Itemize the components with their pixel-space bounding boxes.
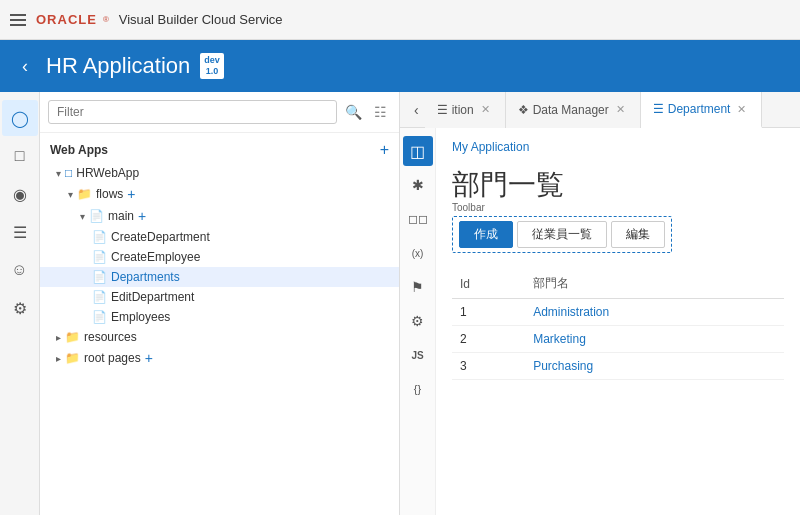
web-apps-section: Web Apps + bbox=[40, 133, 399, 163]
tree-item-employees[interactable]: 📄 Employees bbox=[40, 307, 399, 327]
page-title: 部門一覧 bbox=[452, 166, 784, 204]
rootpages-label: root pages bbox=[84, 351, 141, 365]
cell-id-2: 2 bbox=[452, 326, 525, 353]
search-icon[interactable]: 🔍 bbox=[341, 102, 366, 122]
toolbar-dashed-box: 作成 従業員一覧 編集 bbox=[452, 216, 672, 253]
app-header: ‹ HR Application dev 1.0 bbox=[0, 40, 800, 92]
edit-button[interactable]: 編集 bbox=[611, 221, 665, 248]
main-layout: ◯ □ ◉ ☰ ☺ ⚙ 🔍 ☷ Web Apps + ▾ □ HRWebApp … bbox=[0, 92, 800, 515]
content-side-icons: ◫ ✱ ◻◻ (x) ⚑ ⚙ JS {} bbox=[400, 128, 436, 515]
back-button[interactable]: ‹ bbox=[14, 52, 36, 81]
settings-content-icon[interactable]: ⚙ bbox=[403, 306, 433, 336]
main-content-panel: My Application 部門一覧 Toolbar 作成 従業員一覧 編集 bbox=[436, 128, 800, 515]
tree-item-resources[interactable]: ▸ 📁 resources bbox=[40, 327, 399, 347]
layers-icon[interactable]: ☰ bbox=[2, 214, 38, 250]
tree-item-main[interactable]: ▾ 📄 main + bbox=[40, 205, 399, 227]
tree-item-createemployee[interactable]: 📄 CreateEmployee bbox=[40, 247, 399, 267]
app-name: HR Application bbox=[46, 53, 190, 79]
sidebar-tree: ▾ □ HRWebApp ▾ 📁 flows + ▾ 📄 main + 📄 bbox=[40, 163, 399, 515]
table-row: 3 Purchasing bbox=[452, 353, 784, 380]
app-icon: □ bbox=[65, 166, 72, 180]
col-header-name: 部門名 bbox=[525, 269, 784, 299]
breadcrumb[interactable]: My Application bbox=[452, 140, 784, 154]
resources-label: resources bbox=[84, 330, 137, 344]
top-bar: ORACLE ® Visual Builder Cloud Service bbox=[0, 0, 800, 40]
tab-back-button[interactable]: ‹ bbox=[408, 98, 425, 122]
eye-icon[interactable]: ◉ bbox=[2, 176, 38, 212]
tab-ition[interactable]: ☰ ition ✕ bbox=[425, 92, 506, 128]
desktop-icon[interactable]: □ bbox=[2, 138, 38, 174]
employees-button[interactable]: 従業員一覧 bbox=[517, 221, 607, 248]
web-apps-label: Web Apps bbox=[50, 143, 108, 157]
tabs-bar: ‹ ☰ ition ✕ ❖ Data Manager ✕ ☰ Departmen… bbox=[400, 92, 800, 128]
structure-icon[interactable]: ◻◻ bbox=[403, 204, 433, 234]
app-title: Visual Builder Cloud Service bbox=[119, 12, 283, 27]
tree-item-departments[interactable]: 📄 Departments bbox=[40, 267, 399, 287]
tree-item-editdepartment[interactable]: 📄 EditDepartment bbox=[40, 287, 399, 307]
add-rootpage-button[interactable]: + bbox=[145, 350, 153, 366]
cell-name-1[interactable]: Administration bbox=[525, 299, 784, 326]
cell-name-2[interactable]: Marketing bbox=[525, 326, 784, 353]
js-icon[interactable]: JS bbox=[403, 340, 433, 370]
content-body: ◫ ✱ ◻◻ (x) ⚑ ⚙ JS {} My Application 部門一覧… bbox=[400, 128, 800, 515]
sidebar-filter-bar: 🔍 ☷ bbox=[40, 92, 399, 133]
flows-label: flows bbox=[96, 187, 123, 201]
code-icon[interactable]: {} bbox=[403, 374, 433, 404]
tab-close-department[interactable]: ✕ bbox=[734, 102, 749, 117]
tree-item-hrwebapp[interactable]: ▾ □ HRWebApp bbox=[40, 163, 399, 183]
table-row: 1 Administration bbox=[452, 299, 784, 326]
mobile-icon[interactable]: ◯ bbox=[2, 100, 38, 136]
settings-icon[interactable]: ⚙ bbox=[2, 290, 38, 326]
rootpages-folder-icon: 📁 bbox=[65, 351, 80, 365]
tab-datamanager[interactable]: ❖ Data Manager ✕ bbox=[506, 92, 641, 128]
file-icon-createdept: 📄 bbox=[92, 230, 107, 244]
file-icon-departments: 📄 bbox=[92, 270, 107, 284]
toolbar-label: Toolbar bbox=[452, 202, 485, 213]
editdept-label: EditDepartment bbox=[111, 290, 194, 304]
file-icon-employees: 📄 bbox=[92, 310, 107, 324]
cell-id-1: 1 bbox=[452, 299, 525, 326]
hamburger-menu[interactable] bbox=[10, 14, 26, 26]
add-web-app-button[interactable]: + bbox=[380, 141, 389, 159]
createdept-label: CreateDepartment bbox=[111, 230, 210, 244]
arrow-rootpages: ▸ bbox=[56, 353, 61, 364]
cell-name-3[interactable]: Purchasing bbox=[525, 353, 784, 380]
content-area: ‹ ☰ ition ✕ ❖ Data Manager ✕ ☰ Departmen… bbox=[400, 92, 800, 515]
hrwebapp-label: HRWebApp bbox=[76, 166, 139, 180]
file-icon-createemp: 📄 bbox=[92, 250, 107, 264]
filter-options-icon[interactable]: ☷ bbox=[370, 102, 391, 122]
oracle-logo: ORACLE ® bbox=[36, 12, 109, 27]
variables-icon[interactable]: (x) bbox=[403, 238, 433, 268]
flows-folder-icon: 📁 bbox=[77, 187, 92, 201]
arrow-hrwebapp: ▾ bbox=[56, 168, 61, 179]
arrow-flows: ▾ bbox=[68, 189, 73, 200]
add-main-button[interactable]: + bbox=[138, 208, 146, 224]
employees-label: Employees bbox=[111, 310, 170, 324]
resources-folder-icon: 📁 bbox=[65, 330, 80, 344]
file-icon-editdept: 📄 bbox=[92, 290, 107, 304]
main-folder-icon: 📄 bbox=[89, 209, 104, 223]
createemp-label: CreateEmployee bbox=[111, 250, 200, 264]
version-badge: dev 1.0 bbox=[200, 53, 224, 79]
cell-id-3: 3 bbox=[452, 353, 525, 380]
tab-department[interactable]: ☰ Department ✕ bbox=[641, 92, 763, 128]
arrow-main: ▾ bbox=[80, 211, 85, 222]
tree-item-createdepartment[interactable]: 📄 CreateDepartment bbox=[40, 227, 399, 247]
table-row: 2 Marketing bbox=[452, 326, 784, 353]
sidebar: 🔍 ☷ Web Apps + ▾ □ HRWebApp ▾ 📁 flows + bbox=[40, 92, 400, 515]
tab-close-datamanager[interactable]: ✕ bbox=[613, 102, 628, 117]
tree-item-rootpages[interactable]: ▸ 📁 root pages + bbox=[40, 347, 399, 369]
main-label: main bbox=[108, 209, 134, 223]
tree-item-flows[interactable]: ▾ 📁 flows + bbox=[40, 183, 399, 205]
tab-close-ition[interactable]: ✕ bbox=[478, 102, 493, 117]
puzzle-icon[interactable]: ✱ bbox=[403, 170, 433, 200]
departments-label: Departments bbox=[111, 270, 180, 284]
filter-input[interactable] bbox=[48, 100, 337, 124]
create-button[interactable]: 作成 bbox=[459, 221, 513, 248]
flag-icon[interactable]: ⚑ bbox=[403, 272, 433, 302]
toolbar-container: Toolbar 作成 従業員一覧 編集 bbox=[452, 216, 672, 253]
add-flow-button[interactable]: + bbox=[127, 186, 135, 202]
arrow-resources: ▸ bbox=[56, 332, 61, 343]
component-icon[interactable]: ◫ bbox=[403, 136, 433, 166]
people-icon[interactable]: ☺ bbox=[2, 252, 38, 288]
